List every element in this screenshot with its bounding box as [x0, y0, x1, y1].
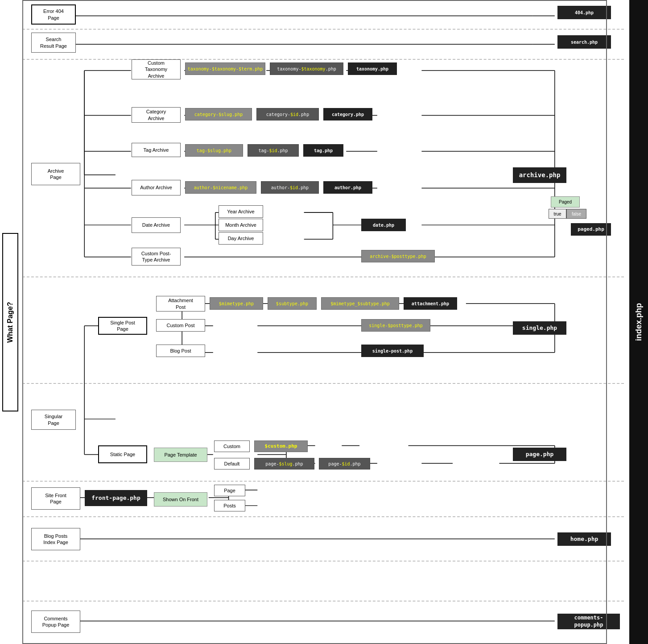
error404-file: 404.php — [557, 6, 611, 19]
page-file: page.php — [513, 448, 566, 461]
archive-file: archive.php — [513, 167, 566, 183]
custom-post-single-box: Custom Post — [156, 319, 205, 332]
static-page-box: Static Page — [98, 445, 147, 463]
taxonomy-term-file: taxonomy-$taxonomy-$term.php — [185, 62, 265, 75]
page-slug-file: page-$slug.php — [254, 458, 314, 469]
single-post-page-box: Single PostPage — [98, 317, 147, 335]
front-page-file: front-page.php — [85, 490, 147, 506]
archive-posttype-file: archive-$posttype.php — [361, 250, 435, 262]
error404-box: Error 404Page — [31, 4, 76, 25]
blog-post-single-box: Blog Post — [156, 345, 205, 357]
page-template-box: Page Template — [154, 448, 207, 462]
date-box: Date Archive — [132, 217, 181, 233]
default-label-box: Default — [214, 458, 250, 469]
archive-page-box: ArchivePage — [31, 163, 80, 185]
subtype-file: $subtype.php — [268, 297, 317, 310]
error404-label: Error 404Page — [43, 8, 64, 21]
search-box: SearchResult Page — [31, 33, 76, 53]
site-front-page-box: Site FrontPage — [31, 487, 80, 510]
paged-file: paged.php — [571, 223, 611, 236]
front-posts-option: Posts — [214, 500, 245, 511]
single-posttype-file: single-$posttype.php — [361, 319, 430, 332]
custom-label-box: Custom — [214, 440, 250, 452]
page-id-file: page-$id.php — [319, 458, 370, 469]
month-archive-box: Month Archive — [219, 219, 263, 231]
singular-page-box: SingularPage — [31, 410, 76, 430]
blog-posts-index-box: Blog PostsIndex Page — [31, 528, 80, 550]
mimetype-file: $mimetype.php — [210, 297, 263, 310]
paged-true-box: true — [549, 209, 566, 219]
author-box: Author Archive — [132, 180, 181, 195]
comments-popup-box: CommentsPopup Page — [31, 611, 80, 633]
search-file: search.php — [557, 35, 611, 49]
search-label: SearchResult Page — [40, 36, 67, 49]
date-file: date.php — [361, 219, 406, 231]
custom-taxonomy-box: CustomTaxonomyArchive — [132, 59, 181, 79]
what-page-label: What Page? — [2, 233, 18, 411]
paged-box: Paged — [551, 196, 580, 208]
taxonomy-file: taxonomy.php — [348, 62, 397, 75]
attachment-box: AttachmentPost — [156, 296, 205, 312]
tag-file: tag.php — [303, 144, 343, 157]
single-file: single.php — [513, 321, 566, 335]
front-page-option: Page — [214, 485, 245, 496]
tag-slug-file: tag-$slug.php — [185, 144, 243, 157]
tag-id-file: tag-$id.php — [248, 144, 299, 157]
year-archive-box: Year Archive — [219, 205, 263, 218]
mimetype-subtype-file: $mimetype_$subtype.php — [321, 297, 399, 310]
index-php-label: index.php — [629, 0, 648, 644]
category-box: CategoryArchive — [132, 107, 181, 123]
custom-file: $custom.php — [254, 440, 308, 452]
day-archive-box: Day Archive — [219, 232, 263, 245]
category-file: category.php — [323, 108, 372, 120]
author-nicename-file: author-$nicename.php — [185, 181, 256, 194]
paged-false-box: false — [566, 209, 586, 219]
tag-box: Tag Archive — [132, 143, 181, 157]
category-id-file: category-$id.php — [256, 108, 319, 120]
comments-popup-file: comments-popup.php — [557, 614, 620, 629]
shown-on-front-box: Shown On Front — [154, 492, 207, 507]
category-slug-file: category-$slug.php — [185, 108, 252, 120]
single-post-file: single-post.php — [361, 345, 424, 357]
author-id-file: author-$id.php — [261, 181, 319, 194]
attachment-file: attachment.php — [404, 297, 457, 310]
author-file: author.php — [323, 181, 372, 194]
home-file: home.php — [557, 532, 611, 546]
taxonomy-tax-file: taxonomy-$taxonomy.php — [270, 62, 343, 75]
custom-posttype-box: Custom Post-Type Archive — [132, 248, 181, 266]
